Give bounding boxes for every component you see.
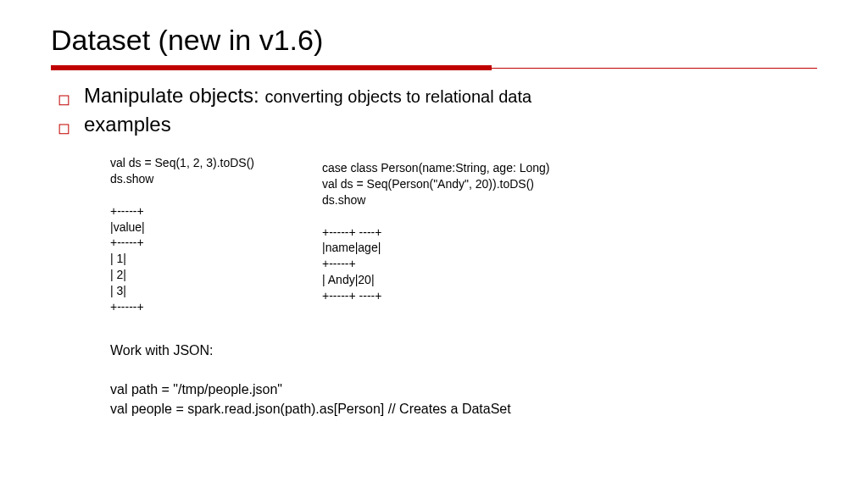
bullet-sub: converting objects to relational data: [264, 87, 531, 106]
bullet-list: ◻ Manipulate objects: converting objects…: [58, 84, 817, 136]
slide: Dataset (new in v1.6) ◻ Manipulate objec…: [0, 0, 868, 436]
square-bullet-icon: ◻: [58, 120, 70, 136]
bullet-content: Manipulate objects: converting objects t…: [84, 84, 531, 108]
square-bullet-icon: ◻: [58, 92, 70, 107]
title-rule: [51, 65, 817, 70]
bullet-content: examples: [84, 113, 171, 136]
bullet-item: ◻ examples: [58, 113, 817, 136]
code-left: val ds = Seq(1, 2, 3).toDS() ds.show +--…: [110, 155, 254, 315]
code-columns: val ds = Seq(1, 2, 3).toDS() ds.show +--…: [110, 155, 817, 315]
bullet-strong: Manipulate objects:: [84, 84, 264, 107]
slide-title: Dataset (new in v1.6): [51, 24, 817, 57]
code-right: case class Person(name:String, age: Long…: [322, 160, 549, 315]
bullet-strong: examples: [84, 113, 171, 136]
bullet-item: ◻ Manipulate objects: converting objects…: [58, 84, 817, 108]
json-block: Work with JSON: val path = "/tmp/people.…: [110, 341, 817, 419]
